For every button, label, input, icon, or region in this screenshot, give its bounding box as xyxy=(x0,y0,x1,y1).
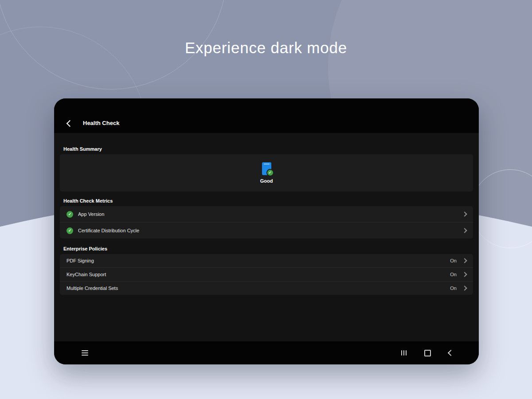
nav-buttons xyxy=(401,350,453,356)
app-header: Health Check xyxy=(54,98,479,133)
chevron-right-icon xyxy=(462,228,467,233)
section-label-metrics: Health Check Metrics xyxy=(63,192,473,203)
metric-label: Certificate Distribution Cycle xyxy=(78,228,139,233)
policy-value: On xyxy=(450,272,457,277)
device-status-icon: ✓ xyxy=(262,162,271,175)
android-nav-bar xyxy=(54,341,479,364)
section-label-policies: Enterprise Policies xyxy=(63,239,473,251)
app-content: Health Summary ✓ Good Health Check Metri… xyxy=(54,133,479,341)
list-item-pdf-signing[interactable]: PDF Signing On xyxy=(60,254,473,267)
list-item-keychain-support[interactable]: KeyChain Support On xyxy=(60,268,473,281)
policy-value: On xyxy=(450,286,457,291)
list-item-multiple-credential-sets[interactable]: Multiple Credential Sets On xyxy=(60,282,473,295)
policy-label: PDF Signing xyxy=(66,258,94,263)
recents-icon[interactable] xyxy=(401,350,407,356)
section-label-health-summary: Health Summary xyxy=(63,133,473,152)
metrics-card: ✓ App Version ✓ Certificate Distribution… xyxy=(60,206,473,239)
chevron-right-icon xyxy=(462,211,467,216)
policy-value: On xyxy=(450,258,457,263)
list-item-cert-distribution[interactable]: ✓ Certificate Distribution Cycle xyxy=(60,223,473,239)
chevron-right-icon xyxy=(462,258,467,263)
nav-back-icon[interactable] xyxy=(448,350,454,356)
back-icon[interactable] xyxy=(66,120,74,127)
check-badge-icon: ✓ xyxy=(266,169,274,176)
check-icon: ✓ xyxy=(66,211,73,218)
policy-label: Multiple Credential Sets xyxy=(66,286,118,291)
chevron-right-icon xyxy=(462,272,467,277)
app-title: Health Check xyxy=(83,120,119,126)
health-summary-card: ✓ Good xyxy=(60,154,473,192)
policy-label: KeyChain Support xyxy=(66,272,106,277)
home-icon[interactable] xyxy=(424,350,431,356)
chevron-right-icon xyxy=(462,286,467,290)
metric-label: App Version xyxy=(78,211,104,217)
policies-card: PDF Signing On KeyChain Support On Multi… xyxy=(60,254,473,295)
app-drawer-icon[interactable] xyxy=(82,350,88,356)
tablet-mockup: Health Check Health Summary ✓ Good Healt… xyxy=(54,98,479,364)
promo-screenshot: Experience dark mode Health Check Health… xyxy=(0,0,532,399)
list-item-app-version[interactable]: ✓ App Version xyxy=(60,206,473,222)
check-icon: ✓ xyxy=(66,227,73,234)
page-title: Experience dark mode xyxy=(0,39,532,57)
health-status-text: Good xyxy=(260,178,273,184)
